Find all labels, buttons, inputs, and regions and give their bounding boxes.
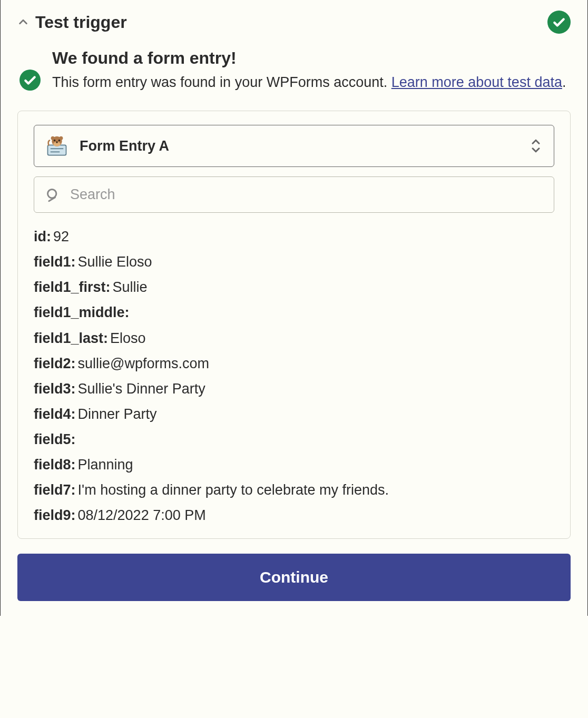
- chevron-up-icon: [17, 16, 29, 28]
- panel-header: Test trigger: [17, 11, 571, 34]
- field-row: field9:08/12/2022 7:00 PM: [34, 506, 554, 525]
- status-success-icon: [547, 11, 571, 34]
- search-box[interactable]: [34, 176, 554, 213]
- field-key: field4:: [34, 406, 76, 422]
- found-title: We found a form entry!: [52, 48, 571, 68]
- field-row: field3:Sullie's Dinner Party: [34, 380, 554, 398]
- field-row: field7:I'm hosting a dinner party to cel…: [34, 481, 554, 499]
- field-value: I'm hosting a dinner party to celebrate …: [78, 482, 389, 498]
- field-value: Sullie: [113, 279, 148, 295]
- field-value: sullie@wpforms.com: [78, 356, 209, 371]
- field-key: field2:: [34, 356, 76, 371]
- field-key: field1_middle:: [34, 304, 130, 320]
- svg-point-6: [58, 140, 61, 142]
- field-key: id:: [34, 229, 51, 244]
- field-row: field1_middle:: [34, 303, 554, 322]
- field-key: field7:: [34, 482, 76, 498]
- found-description: This form entry was found in your WPForm…: [52, 72, 571, 93]
- field-row: field1_last:Eloso: [34, 329, 554, 348]
- field-value: Eloso: [110, 330, 146, 346]
- entry-select-label: Form Entry A: [80, 138, 518, 154]
- field-list: id:92 field1:Sullie Eloso field1_first:S…: [34, 228, 554, 525]
- wpforms-icon: [46, 135, 68, 157]
- field-value: 92: [53, 229, 69, 244]
- field-row: field5:: [34, 430, 554, 449]
- field-value: 08/12/2022 7:00 PM: [78, 507, 206, 523]
- field-row: field2:sullie@wpforms.com: [34, 355, 554, 373]
- svg-point-7: [56, 141, 58, 143]
- search-icon: [46, 188, 61, 202]
- field-row: field4:Dinner Party: [34, 405, 554, 424]
- field-row: field1:Sullie Eloso: [34, 253, 554, 271]
- found-desc-suffix: .: [562, 74, 566, 90]
- field-row: id:92: [34, 228, 554, 246]
- panel-header-left[interactable]: Test trigger: [17, 13, 127, 32]
- check-icon: [19, 70, 41, 91]
- svg-point-5: [54, 140, 56, 142]
- field-key: field8:: [34, 457, 76, 473]
- field-key: field1_last:: [34, 330, 108, 346]
- field-key: field1:: [34, 254, 76, 270]
- field-value: Planning: [78, 457, 133, 473]
- svg-point-9: [59, 136, 63, 140]
- field-key: field1_first:: [34, 279, 111, 295]
- field-value: Dinner Party: [78, 406, 157, 422]
- found-desc-prefix: This form entry was found in your WPForm…: [52, 74, 391, 90]
- field-row: field1_first:Sullie: [34, 278, 554, 297]
- field-key: field9:: [34, 507, 76, 523]
- field-value: Sullie's Dinner Party: [78, 381, 205, 397]
- field-row: field8:Planning: [34, 456, 554, 474]
- field-key: field5:: [34, 431, 76, 447]
- search-input[interactable]: [70, 186, 542, 203]
- test-trigger-panel: Test trigger We found a form entry! This…: [0, 0, 588, 616]
- entry-select[interactable]: Form Entry A: [34, 125, 554, 167]
- continue-button[interactable]: Continue: [17, 554, 571, 601]
- field-value: Sullie Eloso: [78, 254, 152, 270]
- field-key: field3:: [34, 381, 76, 397]
- panel-title: Test trigger: [35, 13, 127, 32]
- found-message: We found a form entry! This form entry w…: [19, 48, 571, 93]
- svg-rect-0: [48, 145, 66, 155]
- entry-card: Form Entry A id:92 field1:Sullie Eloso f…: [17, 111, 571, 539]
- svg-point-8: [51, 136, 55, 140]
- learn-more-link[interactable]: Learn more about test data: [391, 74, 562, 90]
- select-chevrons-icon: [530, 138, 542, 154]
